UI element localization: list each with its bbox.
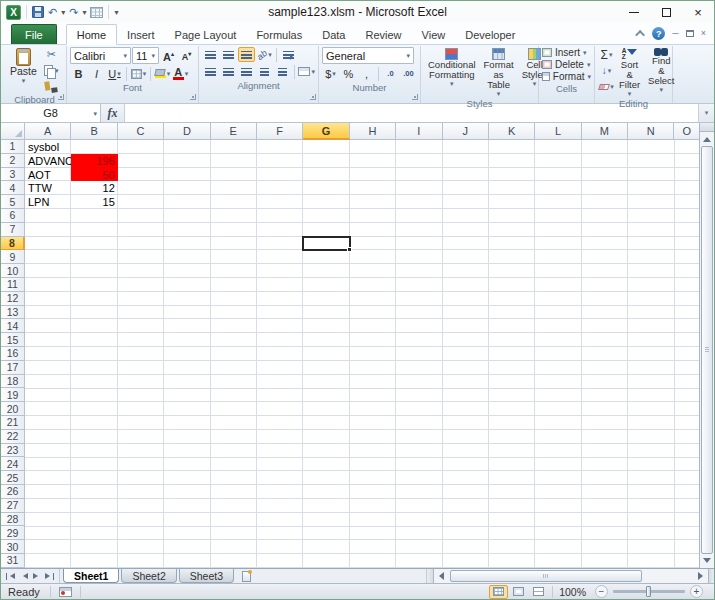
row-header-2[interactable]: 2 <box>1 154 25 168</box>
decrease-decimal-button[interactable]: .00 <box>400 66 417 81</box>
font-size-select[interactable]: 11▾ <box>132 47 159 64</box>
select-all-button[interactable] <box>1 123 25 140</box>
maximize-button[interactable] <box>650 2 682 23</box>
tab-file[interactable]: File <box>11 24 57 44</box>
tab-home[interactable]: Home <box>66 24 117 45</box>
bottom-align-button[interactable] <box>238 47 255 62</box>
expand-formula-bar-icon[interactable]: ▾ <box>699 104 714 122</box>
format-painter-button[interactable] <box>43 79 60 94</box>
row-header-27[interactable]: 27 <box>1 499 25 513</box>
sheet-tab-sheet3[interactable]: Sheet3 <box>179 569 234 583</box>
shrink-font-button[interactable]: A▾ <box>178 48 195 63</box>
find-select-button[interactable]: Find & Select ▾ <box>644 47 678 94</box>
tab-review[interactable]: Review <box>355 25 411 44</box>
align-right-button[interactable] <box>238 64 255 79</box>
font-dialog-launcher-icon[interactable] <box>190 94 196 100</box>
autosum-button[interactable]: Σ▾ <box>598 47 615 62</box>
workbook-restore-icon[interactable] <box>686 30 694 37</box>
clear-button[interactable]: ▾ <box>598 79 615 94</box>
zoom-in-button[interactable]: + <box>690 585 703 598</box>
column-header-E[interactable]: E <box>211 123 257 140</box>
minimize-ribbon-icon[interactable] <box>635 30 645 40</box>
column-header-I[interactable]: I <box>396 123 442 140</box>
sheet-tab-sheet2[interactable]: Sheet2 <box>121 569 176 583</box>
orientation-button[interactable]: ab▾ <box>256 47 273 62</box>
tab-formulas[interactable]: Formulas <box>246 25 312 44</box>
row-header-15[interactable]: 15 <box>1 333 25 347</box>
paste-button[interactable]: Paste ▾ <box>6 47 41 85</box>
grow-font-button[interactable]: A▴ <box>160 48 177 63</box>
cell-A1[interactable]: sysbol <box>25 140 71 154</box>
fill-button[interactable]: ↓▾ <box>598 63 615 78</box>
name-box-dropdown-icon[interactable]: ▾ <box>93 110 97 117</box>
column-header-J[interactable]: J <box>443 123 489 140</box>
row-header-10[interactable]: 10 <box>1 264 25 278</box>
zoom-slider-track[interactable] <box>613 590 685 593</box>
format-cells-button[interactable]: Format▾ <box>542 71 591 82</box>
zoom-level-label[interactable]: 100% <box>553 586 592 598</box>
page-layout-view-button[interactable] <box>509 585 528 599</box>
insert-function-button[interactable]: fx <box>101 104 125 122</box>
tab-insert[interactable]: Insert <box>117 25 165 44</box>
top-align-button[interactable] <box>202 47 219 62</box>
cell-B2[interactable]: 196 <box>71 154 117 168</box>
scroll-down-button[interactable] <box>700 554 714 568</box>
merge-center-button[interactable]: ▾ <box>298 64 315 79</box>
row-header-12[interactable]: 12 <box>1 292 25 306</box>
row-header-17[interactable]: 17 <box>1 361 25 375</box>
column-header-H[interactable]: H <box>350 123 396 140</box>
row-header-13[interactable]: 13 <box>1 306 25 320</box>
redo-dropdown-icon[interactable]: ▾ <box>82 8 86 17</box>
selection-G8[interactable] <box>302 236 350 252</box>
insert-worksheet-button[interactable] <box>236 569 256 583</box>
vertical-split-handle[interactable] <box>700 123 714 132</box>
fill-color-button[interactable]: ▾ <box>154 66 171 81</box>
percent-style-button[interactable]: % <box>340 66 357 81</box>
workbook-minimize-icon[interactable]: ─ <box>672 29 678 38</box>
row-header-25[interactable]: 25 <box>1 471 25 485</box>
last-sheet-button[interactable] <box>44 571 55 582</box>
save-icon[interactable] <box>32 6 44 18</box>
row-header-31[interactable]: 31 <box>1 554 25 568</box>
underline-button[interactable]: U▾ <box>106 66 123 81</box>
close-button[interactable]: × <box>682 2 714 23</box>
workbook-close-icon[interactable]: × <box>701 29 706 38</box>
tab-view[interactable]: View <box>412 25 456 44</box>
row-header-26[interactable]: 26 <box>1 485 25 499</box>
scroll-up-button[interactable] <box>700 132 714 146</box>
undo-icon[interactable]: ↶ <box>48 5 57 19</box>
row-header-5[interactable]: 5 <box>1 195 25 209</box>
macro-record-icon[interactable] <box>59 587 72 597</box>
row-header-28[interactable]: 28 <box>1 513 25 527</box>
column-header-M[interactable]: M <box>582 123 628 140</box>
cell-B3[interactable]: 50 <box>71 168 117 182</box>
row-header-21[interactable]: 21 <box>1 416 25 430</box>
row-header-16[interactable]: 16 <box>1 347 25 361</box>
column-header-B[interactable]: B <box>71 123 117 140</box>
accounting-format-button[interactable]: $▾ <box>322 66 339 81</box>
tab-page-layout[interactable]: Page Layout <box>165 25 247 44</box>
vertical-scrollbar[interactable] <box>699 123 714 568</box>
row-header-14[interactable]: 14 <box>1 319 25 333</box>
column-header-F[interactable]: F <box>257 123 303 140</box>
scroll-left-button[interactable] <box>434 569 448 583</box>
cell-A4[interactable]: TTW <box>25 181 71 195</box>
cut-button[interactable]: ✂ <box>43 47 60 62</box>
customize-quick-access-icon[interactable]: ▾ <box>114 8 118 17</box>
next-sheet-button[interactable] <box>31 571 42 582</box>
column-header-A[interactable]: A <box>25 123 71 140</box>
number-dialog-launcher-icon[interactable] <box>412 94 418 100</box>
horizontal-scroll-track[interactable] <box>448 570 694 582</box>
cell-A3[interactable]: AOT <box>25 168 71 182</box>
clipboard-dialog-launcher-icon[interactable] <box>58 94 64 100</box>
redo-icon[interactable]: ↷ <box>69 5 78 19</box>
row-header-7[interactable]: 7 <box>1 223 25 237</box>
scroll-right-button[interactable] <box>694 569 708 583</box>
row-header-19[interactable]: 19 <box>1 388 25 402</box>
alignment-dialog-launcher-icon[interactable] <box>310 94 316 100</box>
row-header-1[interactable]: 1 <box>1 140 25 154</box>
column-header-O[interactable]: O <box>674 123 699 140</box>
column-header-N[interactable]: N <box>628 123 674 140</box>
column-header-G[interactable]: G <box>303 123 349 140</box>
conditional-formatting-button[interactable]: Conditional Formatting ▾ <box>424 47 480 88</box>
